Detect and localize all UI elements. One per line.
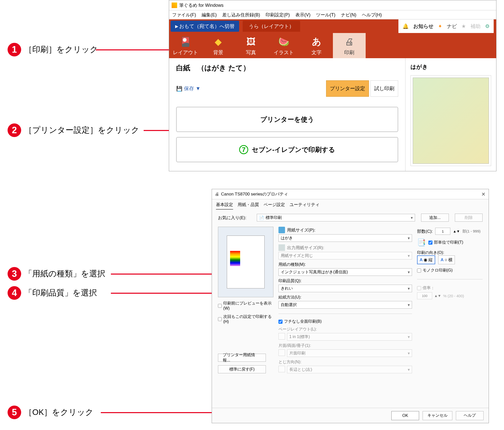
tool-background[interactable]: ◆ 背景	[202, 33, 235, 58]
step-1-text: ［印刷］をクリック	[24, 44, 98, 55]
favorites-value: 標準印刷	[264, 215, 409, 220]
duplex-combo: 片面印刷	[287, 349, 412, 357]
tool-illust-label: イラスト	[274, 49, 294, 56]
tool-photo-label: 写真	[246, 49, 256, 56]
menu-navi[interactable]: ナビ(N)	[341, 12, 356, 18]
step-1-badge: 1	[8, 43, 21, 56]
tab-row: おもて（宛て名）へ切替 うら（レイアウト） 🔔 お知らせ ✦ ナビ ★ 補助 ⚙	[169, 19, 496, 33]
output-size-label: 出力用紙サイズ(R):	[287, 245, 324, 251]
menu-file[interactable]: ファイル(F)	[172, 12, 196, 18]
tool-layout[interactable]: 🎴 レイアウト	[169, 33, 202, 58]
ok-button[interactable]: OK	[391, 411, 419, 420]
quality-label: 印刷品質(Q):	[278, 278, 412, 284]
feed-combo[interactable]: 自動選択	[278, 301, 412, 309]
tab-basic[interactable]: 基本設定	[216, 202, 233, 210]
printer-settings-button[interactable]: プリンター設定	[326, 80, 369, 97]
canon-properties-dialog: 🖨 Canon TS8700 seriesのプロパティ ✕ 基本設定 用紙・品質…	[212, 189, 489, 423]
preview-before-input[interactable]	[218, 304, 222, 308]
postcard-preview	[411, 75, 491, 166]
notice-label[interactable]: お知らせ	[413, 23, 433, 30]
tool-text[interactable]: あ 文字	[300, 33, 333, 58]
test-print-button[interactable]: 試し印刷	[370, 80, 398, 97]
hagaki-heading: はがき	[411, 63, 491, 71]
always-use-checkbox[interactable]: 次回もこの設定で印刷する(H)	[218, 314, 273, 324]
tab-page-setup[interactable]: ページ設定	[264, 202, 285, 210]
tab-utility[interactable]: ユーティリティ	[290, 202, 320, 210]
use-printer-label: プリンターを使う	[260, 115, 314, 124]
menu-help[interactable]: ヘルプ(H)	[362, 12, 382, 18]
favorites-combo[interactable]: 📄 標準印刷	[257, 214, 415, 221]
duplex-thumb-icon	[278, 349, 285, 356]
tool-print[interactable]: 🖨 印刷	[333, 33, 366, 58]
preview-page	[227, 236, 265, 288]
copies-range: 部(1 - 999)	[462, 229, 481, 234]
print-icon: 🖨	[342, 36, 357, 48]
preview-before-checkbox[interactable]: 印刷前にプレビューを表示(W)	[218, 301, 273, 311]
output-icon	[278, 244, 285, 251]
save-button[interactable]: 保存 ▼	[176, 85, 201, 92]
tab-ura[interactable]: うら（レイアウト）	[243, 21, 300, 32]
paper-type-label: 用紙の種類(M):	[278, 262, 412, 267]
quality-combo[interactable]: きれい	[278, 285, 412, 292]
menu-address[interactable]: 差し込み住所録(B)	[222, 12, 260, 18]
always-use-input[interactable]	[218, 317, 222, 321]
layout-thumb-icon	[278, 333, 285, 340]
orientation-landscape[interactable]: A ○ 横	[438, 255, 455, 264]
tool-photo[interactable]: 🖼 写真	[235, 33, 267, 58]
menu-tools[interactable]: ツール(T)	[316, 12, 335, 18]
tool-illust[interactable]: 🍉 イラスト	[267, 33, 300, 58]
paper-type-combo[interactable]: インクジェット写真用はがき(通信面)	[278, 268, 412, 276]
background-icon: ◆	[211, 36, 226, 48]
tool-text-label: 文字	[311, 49, 322, 56]
hojo-label[interactable]: 補助	[470, 23, 481, 30]
doc-icon: 📄	[259, 215, 264, 220]
toolbar: 🎴 レイアウト ◆ 背景 🖼 写真 🍉 イラスト あ 文字 🖨 印刷	[169, 33, 496, 58]
collate-checkbox[interactable]: 部単位で印刷(T)	[428, 240, 463, 245]
binding-thumb-icon	[278, 366, 285, 372]
menubar: ファイル(F) 編集(E) 差し込み住所録(B) 印刷設定(P) 表示(V) ツ…	[169, 10, 496, 19]
collate-input[interactable]	[428, 241, 432, 245]
tab-omote[interactable]: おもて（宛て名）へ切替	[171, 21, 239, 32]
printer-info-button[interactable]: プリンター用紙情報...	[218, 354, 266, 362]
output-size-value: 用紙サイズと同じ	[281, 253, 313, 258]
feed-value: 自動選択	[281, 302, 297, 308]
tool-print-label: 印刷	[344, 49, 354, 56]
step-4-text: 「印刷品質」を選択	[24, 287, 97, 299]
paper-size-label: 用紙サイズ(P):	[287, 227, 315, 233]
monochrome-label: モノクロ印刷(G)	[423, 268, 453, 273]
help-button[interactable]: ヘルプ	[456, 411, 484, 420]
paper-title: 白紙 （はがき たて）	[176, 63, 398, 73]
use-printer-option[interactable]: プリンターを使う	[176, 107, 398, 132]
add-button[interactable]: 追加...	[421, 214, 449, 222]
orient-landscape-label: 横	[448, 257, 453, 263]
paper-size-combo[interactable]: はがき	[278, 234, 412, 242]
navi-label[interactable]: ナビ	[447, 23, 457, 30]
cancel-button[interactable]: キャンセル	[423, 411, 452, 420]
duplex-value: 片面印刷	[289, 351, 305, 356]
borderless-input[interactable]	[278, 320, 282, 324]
scale-checkbox: 倍率：	[417, 285, 483, 291]
menu-edit[interactable]: 編集(E)	[202, 12, 217, 18]
monochrome-checkbox[interactable]: モノクロ印刷(G)	[417, 268, 483, 273]
seven-eleven-option[interactable]: 7 セブン‐イレブンで印刷する	[176, 137, 398, 162]
monochrome-input[interactable]	[417, 269, 421, 273]
orient-portrait-label: 縦	[428, 257, 433, 263]
orientation-portrait[interactable]: A ◉ 縦	[417, 255, 435, 264]
gear-icon[interactable]: ⚙	[485, 23, 490, 29]
dialog-button-row: OK キャンセル ヘルプ	[212, 408, 489, 423]
dialog-tabs: 基本設定 用紙・品質 ページ設定 ユーティリティ	[212, 199, 489, 210]
tab-paper-quality[interactable]: 用紙・品質	[238, 202, 259, 210]
navi-icon: ✦	[438, 23, 442, 29]
menu-print-settings[interactable]: 印刷設定(P)	[266, 12, 290, 18]
menu-view[interactable]: 表示(V)	[295, 12, 310, 18]
always-use-label: 次回もこの設定で印刷する(H)	[223, 314, 273, 324]
collate-label: 部単位で印刷(T)	[434, 240, 463, 245]
restore-defaults-button[interactable]: 標準に戻す(F)	[218, 365, 266, 373]
borderless-checkbox[interactable]: フチなし全面印刷(B)	[278, 319, 412, 324]
copies-input[interactable]	[435, 228, 450, 235]
scale-range: % (20 - 400)	[443, 294, 464, 298]
photo-icon: 🖼	[243, 36, 259, 48]
paper-size-value: はがき	[281, 236, 293, 241]
tool-layout-label: レイアウト	[173, 49, 198, 56]
close-button[interactable]: ✕	[481, 191, 486, 197]
